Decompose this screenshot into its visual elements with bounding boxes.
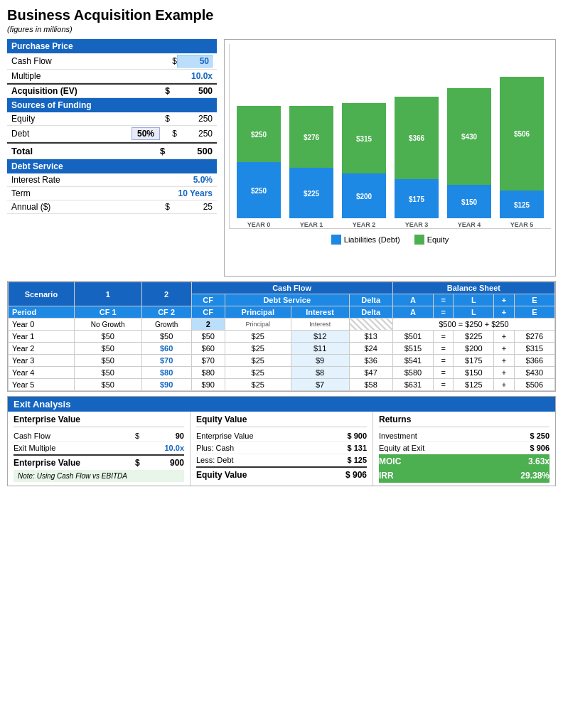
cf-cell[interactable]: 2 xyxy=(191,318,225,331)
table-row: Year 2 $50 $60 $60 $25 $11 $24 $515 = $2… xyxy=(9,343,555,355)
moic-row: MOIC 3.63x xyxy=(379,454,549,469)
plus-cell: + xyxy=(494,355,514,367)
interest-rate-row: Interest Rate 5.0% xyxy=(7,173,217,187)
legend-debt-label: Liabilities (Debt) xyxy=(344,235,400,244)
legend-equity-box xyxy=(414,235,424,245)
equity-exit-value: $ 906 xyxy=(493,444,549,452)
equity-bar-label-5: $506 xyxy=(500,130,544,138)
exit-multiple-row: Exit Multiple 10.0x xyxy=(14,442,184,454)
period-header-row: Period CF 1 CF 2 CF Principal Interest D… xyxy=(9,306,555,318)
legend-equity-label: Equity xyxy=(427,235,449,244)
multiple-value: 10.0x xyxy=(191,71,213,81)
moic-value: 3.63x xyxy=(493,456,549,466)
l-cell: $200 xyxy=(454,343,494,355)
e-col-th: E xyxy=(514,306,554,318)
plus-cash-value: $ 131 xyxy=(317,444,367,452)
exit-header: Exit Analysis xyxy=(8,397,555,412)
sources-header: Sources of Funding xyxy=(7,98,217,112)
chart-panel: $250$250YEAR 0$276$225YEAR 1$315$200YEAR… xyxy=(224,39,556,277)
multiple-row: Multiple 10.0x xyxy=(7,70,217,83)
ev-bold-label: Enterprise Value xyxy=(14,458,135,468)
equity-label: Equity xyxy=(11,114,156,124)
debt-service-header: Debt Service xyxy=(7,159,217,173)
plus-cash-label: Plus: Cash xyxy=(196,444,317,452)
e-cell: $315 xyxy=(514,343,554,355)
subtitle: (figures in millions) xyxy=(7,25,556,33)
exit-cf-row: Cash Flow $ 90 xyxy=(14,430,184,442)
irr-row: IRR 29.38% xyxy=(379,469,549,483)
total-value: 500 xyxy=(170,146,213,156)
eq-col-th: = xyxy=(434,306,454,318)
annual-value: 25 xyxy=(170,202,213,212)
a-cell: $580 xyxy=(392,367,433,379)
ev-bold-row: Enterprise Value $ 900 xyxy=(14,454,184,470)
term-value: 10 Years xyxy=(178,188,213,198)
balance-cell: $500 = $250 + $250 xyxy=(392,318,554,331)
interest-cell: Interest xyxy=(291,318,349,331)
equity-dollar: $ xyxy=(156,114,170,124)
interest-th: Interest xyxy=(291,306,349,318)
plus-cell: + xyxy=(494,367,514,379)
debt-bar-label-1: $225 xyxy=(289,189,333,197)
ev-bold-value: 900 xyxy=(145,458,184,468)
eq-th: = xyxy=(434,294,454,306)
l-col-th: L xyxy=(454,306,494,318)
chart-legend: Liabilities (Debt) Equity xyxy=(229,235,551,245)
bar-group-4: $430$150YEAR 4 xyxy=(447,88,491,228)
balance-th: Balance Sheet xyxy=(392,282,554,294)
header-row-1: Scenario 1 2 Cash Flow Balance Sheet xyxy=(9,282,555,294)
cf2-th: CF 2 xyxy=(141,306,191,318)
eq-cell: = xyxy=(434,343,454,355)
equity-ev-label: Enterprise Value xyxy=(196,432,317,440)
equity-bar-4: $430 xyxy=(447,88,491,185)
bar-group-5: $506$125YEAR 5 xyxy=(500,77,544,228)
table-row: Year 1 $50 $50 $50 $25 $12 $13 $501 = $2… xyxy=(9,331,555,343)
exit-cf-value: 90 xyxy=(145,432,184,440)
l-cell: $125 xyxy=(454,379,494,391)
interest-cell: $12 xyxy=(291,331,349,343)
cf1-cell: $50 xyxy=(74,379,141,391)
cf2-cell: $90 xyxy=(141,379,191,391)
a-cell: $515 xyxy=(392,343,433,355)
cf1-cell: $50 xyxy=(74,343,141,355)
debt-bar-label-4: $150 xyxy=(447,198,491,205)
delta-cell xyxy=(349,318,392,331)
equity-ev-row: Enterprise Value $ 900 xyxy=(196,430,367,442)
bar-stack-1: $276$225 xyxy=(289,106,333,218)
debt-label: Debt xyxy=(11,129,132,139)
e-cell: $276 xyxy=(514,331,554,343)
returns-col-header: Returns xyxy=(379,414,549,427)
x-label-0: YEAR 0 xyxy=(247,221,271,228)
debt-bar-3: $175 xyxy=(395,179,439,218)
interest-cell: $7 xyxy=(291,379,349,391)
table-row: Year 3 $50 $70 $70 $25 $9 $36 $541 = $17… xyxy=(9,355,555,367)
delta-col-th: Delta xyxy=(349,306,392,318)
debt-bar-label-5: $125 xyxy=(500,200,544,208)
bar-group-0: $250$250YEAR 0 xyxy=(237,106,281,228)
bar-stack-2: $315$200 xyxy=(342,103,386,218)
eq-cell: = xyxy=(434,367,454,379)
debt-row: Debt 50% $ 250 xyxy=(7,126,217,142)
exit-body: Enterprise Value Cash Flow $ 90 Exit Mul… xyxy=(8,412,555,486)
chart-bars: $250$250YEAR 0$276$225YEAR 1$315$200YEAR… xyxy=(229,44,551,229)
equity-value-label: Equity Value xyxy=(196,470,317,480)
exit-note: Note: Using Cash Flow vs EBITDA xyxy=(14,470,184,482)
cash-flow-label: Cash Flow xyxy=(11,56,163,66)
data-table-section: Scenario 1 2 Cash Flow Balance Sheet Per… xyxy=(7,281,556,392)
period-cell: Year 0 xyxy=(9,318,75,331)
cf2-cell: Growth xyxy=(141,318,191,331)
interest-rate-label: Interest Rate xyxy=(11,175,193,185)
period-cell: Year 3 xyxy=(9,355,75,367)
period-cell: Year 2 xyxy=(9,343,75,355)
eq-cell: = xyxy=(434,379,454,391)
cf1-cell: $50 xyxy=(74,367,141,379)
debt-pct-input[interactable]: 50% xyxy=(132,127,160,140)
irr-label: IRR xyxy=(379,471,493,481)
x-label-1: YEAR 1 xyxy=(300,221,323,228)
investment-value: $ 250 xyxy=(493,432,549,440)
plus-cell: + xyxy=(494,343,514,355)
total-row: Total $ 500 xyxy=(7,142,217,159)
equity-bar-label-0: $250 xyxy=(237,130,281,138)
equity-ev-value: $ 900 xyxy=(317,432,367,440)
cash-flow-input[interactable]: 50 xyxy=(177,55,213,68)
